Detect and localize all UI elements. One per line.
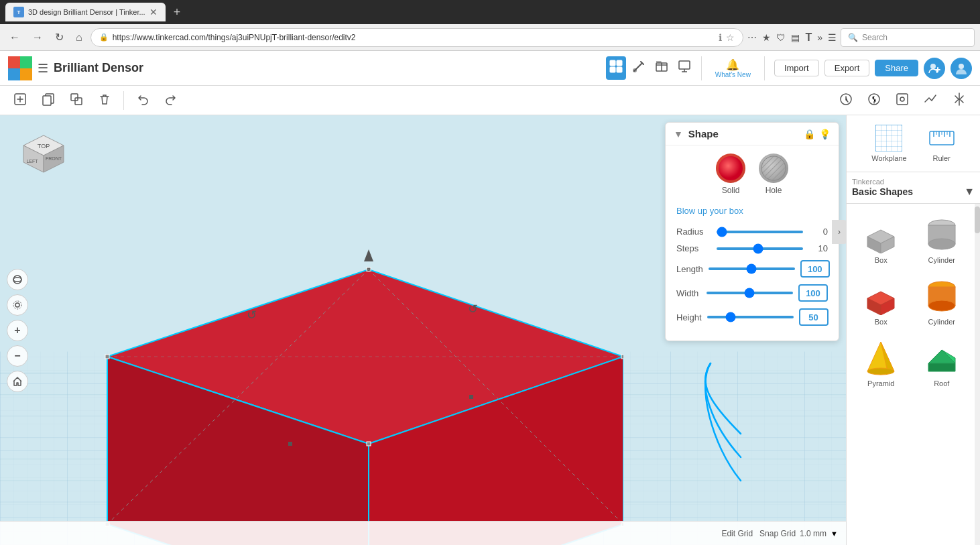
grid-view-button[interactable] (606, 56, 626, 80)
helper1-button[interactable] (834, 88, 858, 113)
radius-slider[interactable] (717, 231, 803, 233)
shape-item-grey-cylinder[interactable]: Cylinder (914, 210, 970, 267)
tinkercad-logo (8, 56, 32, 80)
forward-button[interactable]: → (28, 29, 47, 46)
mirror-icon (952, 92, 967, 107)
delete-button[interactable] (93, 88, 117, 113)
svg-rect-2 (610, 67, 615, 72)
shape-help-button[interactable]: 💡 (819, 129, 831, 139)
width-slider[interactable] (707, 292, 793, 294)
width-input[interactable] (798, 284, 828, 302)
shape-item-yellow-pyramid[interactable]: Pyramid (853, 334, 909, 390)
font-button[interactable]: T (805, 32, 812, 44)
redo-icon (164, 93, 178, 106)
svg-point-76 (928, 239, 955, 249)
refresh-button[interactable]: ↻ (51, 28, 68, 46)
solid-shape-type[interactable]: Solid (716, 154, 745, 195)
new-tab-button[interactable]: + (168, 3, 186, 22)
shield-icon[interactable]: 🛡 (776, 32, 786, 43)
reader-button[interactable]: ▤ (791, 32, 800, 43)
more-tools-button[interactable]: » (817, 32, 822, 43)
copy-button[interactable] (36, 88, 60, 113)
duplicate-button[interactable] (64, 88, 88, 113)
menu-toggle-button[interactable]: ☰ (38, 61, 48, 76)
height-input[interactable] (799, 308, 829, 326)
share-view-button[interactable] (674, 56, 694, 80)
tab-favicon: T (13, 7, 24, 17)
snap-grid-dropdown[interactable]: ▼ (831, 530, 838, 538)
export-button[interactable]: Export (824, 60, 870, 76)
edit-grid-button[interactable]: Edit Grid (721, 529, 753, 538)
svg-rect-1 (617, 60, 622, 66)
shape-item-grey-box[interactable]: Box (853, 210, 909, 267)
app-container: ☰ Brilliant Densor 🔔 What's New (0, 51, 980, 545)
helper2-icon (867, 93, 881, 106)
shape-lock-button[interactable]: 🔒 (804, 129, 815, 139)
undo-icon (136, 93, 149, 106)
build-button[interactable] (629, 56, 649, 80)
svg-point-56 (13, 301, 21, 309)
import-button[interactable]: Import (774, 60, 819, 76)
svg-point-54 (13, 278, 21, 282)
nav-bar: ← → ↻ ⌂ 🔒 https://www.tinkercad.com/thin… (0, 24, 980, 51)
search-icon: 🔍 (848, 33, 858, 42)
mirror-button[interactable] (946, 88, 972, 113)
helper3-button[interactable] (890, 88, 914, 113)
radius-label: Radius (676, 227, 711, 237)
star-icon[interactable]: ☆ (726, 32, 735, 43)
back-button[interactable]: ← (5, 29, 24, 46)
active-tab[interactable]: T 3D design Brilliant Densor | Tinker...… (5, 3, 166, 21)
shape-item-green-roof[interactable]: Roof (914, 334, 970, 390)
height-slider[interactable] (707, 316, 794, 318)
yellow-pyramid-icon (861, 337, 901, 377)
helper2-button[interactable] (862, 88, 886, 113)
zoom-out-button[interactable]: − (7, 345, 28, 367)
package-button[interactable] (652, 56, 672, 80)
library-category-dropdown[interactable]: Basic Shapes ▼ (852, 186, 975, 198)
panel-expand-button[interactable]: › (832, 220, 846, 244)
length-slider[interactable] (709, 267, 795, 270)
browser-search-bar[interactable]: 🔍 Search (841, 28, 975, 47)
svg-rect-6 (679, 61, 690, 69)
extensions-button[interactable]: ⋯ (747, 32, 757, 43)
home-button[interactable]: ⌂ (72, 29, 86, 46)
shapes-library: Workplane Ruler (846, 115, 980, 545)
library-scroll-area[interactable]: Box Cylinder (847, 204, 980, 545)
user-avatar[interactable] (951, 58, 972, 79)
redo-button[interactable] (159, 88, 183, 113)
tab-close-button[interactable]: ✕ (149, 7, 158, 17)
shape-panel-collapse[interactable]: ▼ (674, 129, 683, 139)
svg-point-57 (719, 156, 743, 180)
bookmark-button[interactable]: ★ (762, 32, 771, 43)
address-bar[interactable]: 🔒 https://www.tinkercad.com/things/aj3ui… (90, 28, 744, 47)
workplane-button[interactable]: Workplane (863, 121, 914, 166)
menu-button[interactable]: ☰ (828, 32, 837, 43)
viewport[interactable]: TOP LEFT FRONT (0, 115, 846, 545)
pan-button[interactable] (7, 294, 28, 316)
hole-shape-type[interactable]: Hole (759, 154, 788, 195)
home-view-button[interactable] (7, 371, 28, 392)
shape-item-red-box[interactable]: Box (853, 272, 909, 328)
user-add-icon[interactable] (924, 58, 945, 79)
scrollbar-track (975, 204, 980, 545)
whats-new-button[interactable]: 🔔 What's New (709, 56, 757, 81)
zoom-in-button[interactable]: + (7, 320, 28, 341)
orbit-button[interactable] (7, 269, 28, 290)
undo-button[interactable] (131, 88, 155, 113)
grey-cylinder-icon (922, 213, 962, 253)
workplane-icon (875, 125, 902, 152)
scrollbar-thumb[interactable] (975, 206, 980, 233)
orientation-cube[interactable]: TOP LEFT FRONT (13, 125, 74, 186)
new-button[interactable] (8, 88, 32, 113)
grey-cylinder-label: Cylinder (928, 256, 955, 264)
steps-slider[interactable] (717, 247, 803, 250)
share-button[interactable]: Share (875, 60, 918, 76)
ruler-button[interactable]: Ruler (920, 121, 963, 166)
avatar-svg (955, 62, 968, 75)
grey-box-label: Box (875, 256, 887, 264)
svg-rect-0 (610, 60, 615, 66)
length-input[interactable] (800, 260, 830, 278)
helper4-button[interactable] (918, 88, 942, 113)
solid-circle (716, 154, 745, 183)
shape-item-orange-cylinder[interactable]: Cylinder (914, 272, 970, 328)
